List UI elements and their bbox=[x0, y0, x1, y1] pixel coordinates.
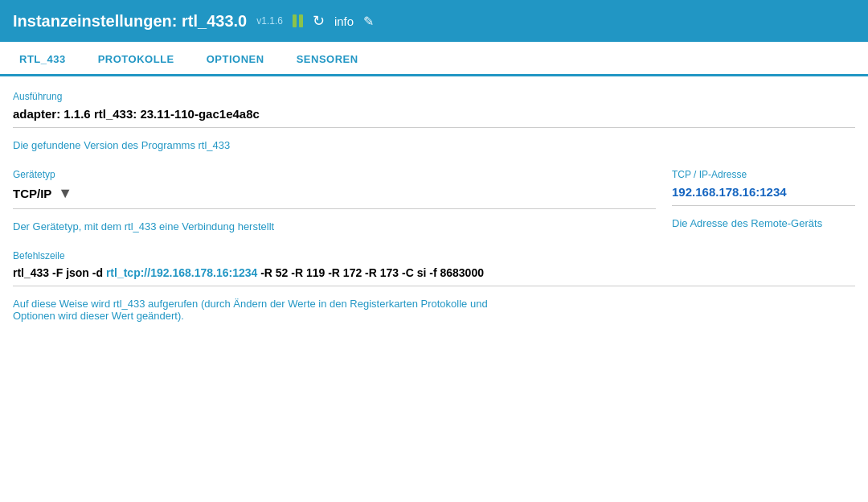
header: Instanzeinstellungen: rtl_433.0 v1.1.6 ↻… bbox=[0, 0, 868, 42]
befehlszeile-desc-line1: Auf diese Weise wird rtl_433 aufgerufen … bbox=[13, 298, 488, 310]
spacer2 bbox=[13, 239, 855, 250]
tab-optionen[interactable]: OPTIONEN bbox=[190, 42, 280, 76]
geraetetyp-desc: Der Gerätetyp, mit dem rtl_433 eine Verb… bbox=[13, 220, 656, 232]
info-button[interactable]: info bbox=[334, 14, 354, 28]
ausfuehrung-label: Ausführung bbox=[13, 91, 855, 102]
main-content: Ausführung adapter: 1.1.6 rtl_433: 23.11… bbox=[0, 76, 868, 343]
befehlszeile-section: Befehlszeile rtl_433 -F json -d rtl_tcp:… bbox=[13, 250, 855, 322]
tcp-ip-col: TCP / IP-Adresse 192.168.178.16:1234 Die… bbox=[656, 169, 855, 236]
header-version: v1.1.6 bbox=[256, 15, 283, 27]
geraetetyp-col: Gerätetyp TCP/IP ▼ Der Gerätetyp, mit de… bbox=[13, 169, 656, 239]
reload-icon[interactable]: ↻ bbox=[313, 12, 325, 30]
geraetetyp-select-row: TCP/IP ▼ bbox=[13, 185, 656, 202]
befehlszeile-desc1: Auf diese Weise wird rtl_433 aufgerufen … bbox=[13, 298, 855, 322]
geraetetyp-divider bbox=[13, 208, 656, 209]
dropdown-arrow-icon[interactable]: ▼ bbox=[58, 185, 72, 202]
tab-sensoren[interactable]: SENSOREN bbox=[280, 42, 375, 76]
pause-bar-left bbox=[293, 14, 297, 27]
ausfuehrung-value: adapter: 1.1.6 rtl_433: 23.11-110-gac1e4… bbox=[13, 107, 855, 121]
spacer1 bbox=[13, 158, 855, 169]
ausfuehrung-desc: Die gefundene Version des Programms rtl_… bbox=[13, 139, 855, 151]
befehlszeile-divider bbox=[13, 286, 855, 286]
command-rest: -R 52 -R 119 -R 172 -R 173 -C si -f 8683… bbox=[257, 266, 484, 279]
geraetetyp-value: TCP/IP bbox=[13, 187, 51, 200]
befehlszeile-value: rtl_433 -F json -d rtl_tcp://192.168.178… bbox=[13, 266, 855, 279]
pause-icon[interactable] bbox=[293, 14, 303, 27]
command-highlight: rtl_tcp://192.168.178.16:1234 bbox=[106, 266, 257, 279]
tcp-ip-label: TCP / IP-Adresse bbox=[672, 169, 855, 180]
tab-rtl433[interactable]: RTL_433 bbox=[3, 42, 82, 76]
tcp-ip-divider bbox=[672, 205, 855, 206]
command-plain: rtl_433 -F json -d bbox=[13, 266, 106, 279]
geraetetyp-label: Gerätetyp bbox=[13, 169, 656, 180]
header-title: Instanzeinstellungen: rtl_433.0 bbox=[13, 12, 247, 31]
ausfuehrung-divider bbox=[13, 127, 855, 128]
tab-protokolle[interactable]: PROTOKOLLE bbox=[82, 42, 190, 76]
pause-bar-right bbox=[299, 14, 303, 27]
edit-icon[interactable]: ✎ bbox=[363, 14, 374, 29]
geraetetyp-row: Gerätetyp TCP/IP ▼ Der Gerätetyp, mit de… bbox=[13, 169, 855, 239]
tcp-ip-value[interactable]: 192.168.178.16:1234 bbox=[672, 185, 855, 199]
befehlszeile-label: Befehlszeile bbox=[13, 250, 855, 261]
ausfuehrung-section: Ausführung adapter: 1.1.6 rtl_433: 23.11… bbox=[13, 91, 855, 151]
tcp-ip-desc: Die Adresse des Remote-Geräts bbox=[672, 217, 855, 229]
tabs-bar: RTL_433 PROTOKOLLE OPTIONEN SENSOREN bbox=[0, 42, 868, 76]
befehlszeile-desc-line2: Optionen wird dieser Wert geändert). bbox=[13, 310, 184, 322]
